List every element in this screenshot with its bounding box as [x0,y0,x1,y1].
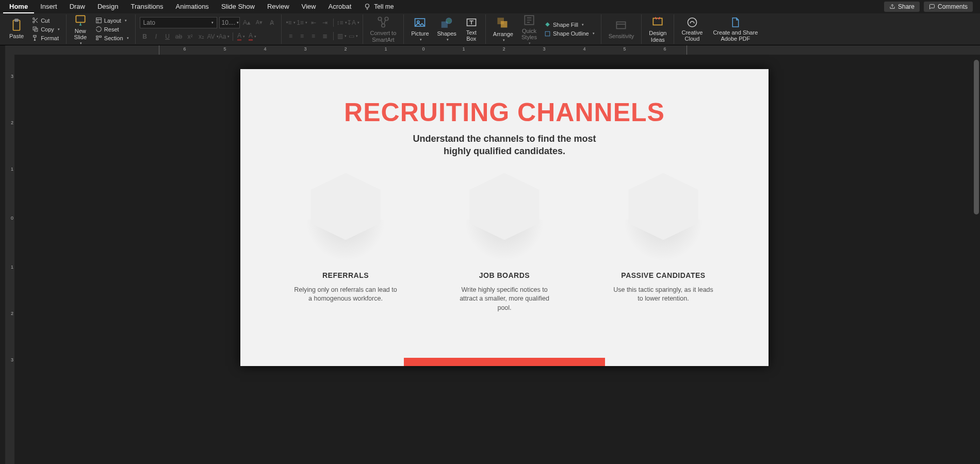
shape-fill-button[interactable]: Shape Fill [542,21,597,29]
tab-transitions[interactable]: Transitions [124,1,169,13]
tab-draw[interactable]: Draw [63,1,91,13]
ribbon: Paste Cut Copy Format New Slide Layout R… [0,13,980,45]
align-left-button[interactable]: ≡ [286,31,296,41]
vertical-scrollbar[interactable] [973,55,980,464]
layout-button[interactable]: Layout [93,16,131,24]
text-highlight-button[interactable]: AV [208,31,218,42]
sensitivity-button[interactable]: Sensitivity [606,18,638,40]
comments-button[interactable]: Comments [924,2,973,12]
design-ideas-icon [651,15,664,29]
line-spacing-button[interactable]: ↕≡ [337,18,347,28]
hexagon-shape[interactable] [619,173,707,251]
strikethrough-button[interactable]: ab [174,31,184,42]
font-size-select[interactable]: 10.... [219,17,240,28]
slide-canvas[interactable]: RECRUITING CHANNELS Understand the chann… [29,55,980,464]
scrollbar-thumb[interactable] [974,60,979,214]
hexagon-shape[interactable] [461,173,548,251]
text-direction-button[interactable]: ↧A [348,18,358,28]
convert-smartart-button[interactable]: Convert to SmartArt [367,14,400,43]
increase-font-button[interactable]: A▴ [242,18,252,28]
copy-button[interactable]: Copy [30,25,62,33]
font-size-value: 10.... [222,19,236,26]
align-text-button[interactable]: ▭ [348,31,358,41]
font-color-button[interactable]: A [248,31,258,42]
svg-rect-11 [99,36,101,38]
horizontal-ruler: 6 5 4 3 2 1 0 1 2 3 4 5 6 [14,45,980,55]
increase-indent-button[interactable]: ⇥ [320,18,330,28]
tab-slide-show[interactable]: Slide Show [215,1,261,13]
increase-indent-icon: ⇥ [322,19,328,26]
design-ideas-button[interactable]: Design Ideas [646,14,669,43]
decrease-indent-button[interactable]: ⇤ [308,18,319,28]
vruler-tick: 3 [11,74,13,79]
strikethrough-icon: ab [175,33,182,40]
tab-animations[interactable]: Animations [170,1,215,13]
align-center-button[interactable]: ≡ [297,31,307,41]
hexagon-shape[interactable] [302,173,389,251]
tell-me[interactable]: Tell me [357,1,400,13]
creative-cloud-button[interactable]: Creative Cloud [678,15,706,43]
vruler-tick: 0 [11,216,13,221]
accent-bar[interactable] [404,358,605,366]
shapes-button[interactable]: Shapes [434,15,460,43]
bullets-button[interactable]: •≡ [286,18,296,28]
svg-rect-24 [617,22,626,29]
subscript-icon: x₂ [199,33,204,40]
bold-button[interactable]: B [140,31,150,42]
clear-formatting-icon: A̷ [270,19,274,26]
shapes-icon [440,16,453,29]
reset-icon [95,26,102,32]
tab-view[interactable]: View [296,1,322,13]
underline-icon: U [165,33,170,40]
subscript-button[interactable]: x₂ [197,31,207,42]
reset-button[interactable]: Reset [93,25,131,33]
paste-button[interactable]: Paste [6,18,27,40]
superscript-button[interactable]: x² [185,31,195,42]
slide-title[interactable]: RECRUITING CHANNELS [240,69,769,127]
adobe-pdf-button[interactable]: Create and Share Adobe PDF [710,15,761,43]
change-case-button[interactable]: Aa [219,31,230,42]
picture-button[interactable]: Picture [408,15,432,43]
hruler-tick: 6 [183,46,186,52]
section-button[interactable]: Section [93,34,131,42]
new-slide-button[interactable]: New Slide [71,12,90,46]
column-referrals[interactable]: REFERRALS Relying only on referrals can … [279,173,413,313]
shape-outline-button[interactable]: Shape Outline [542,30,597,38]
justify-button[interactable]: ≣ [320,31,330,41]
column-job-boards[interactable]: JOB BOARDS Write highly specific notices… [437,173,571,313]
column-passive-candidates[interactable]: PASSIVE CANDIDATES Use this tactic spari… [596,173,730,313]
underline-button[interactable]: U [162,31,173,42]
tab-design[interactable]: Design [91,1,124,13]
font-name-select[interactable]: Lato [140,17,217,28]
tab-home[interactable]: Home [3,1,34,13]
hruler-tick: 5 [623,46,626,52]
decrease-font-button[interactable]: A▾ [254,18,265,28]
reset-label: Reset [104,26,119,32]
slide-subtitle[interactable]: Understand the channels to find the most… [240,132,769,158]
align-right-button[interactable]: ≡ [308,31,319,41]
tab-review[interactable]: Review [261,1,296,13]
numbering-button[interactable]: 1≡ [297,18,307,28]
arrange-button[interactable]: Arrange [490,15,516,43]
tab-acrobat[interactable]: Acrobat [322,1,358,13]
comment-icon [929,4,935,10]
columns-button[interactable]: ▥ [337,31,347,41]
share-button[interactable]: Share [884,2,920,12]
cut-button[interactable]: Cut [30,16,62,24]
group-sensitivity: Sensitivity [601,14,642,44]
hruler-tick: 5 [223,46,226,52]
quick-styles-button[interactable]: Quick Styles [518,12,540,46]
font-fill-button[interactable]: A [236,31,247,42]
text-box-button[interactable]: Text Box [462,15,481,43]
italic-button[interactable]: I [151,31,161,42]
subtitle-line1: Understand the channels to find the most [413,134,596,144]
clear-formatting-button[interactable]: A̷ [267,18,277,28]
numbering-icon: 1≡ [297,19,304,26]
format-painter-button[interactable]: Format [30,34,62,42]
picture-label: Picture [411,30,429,37]
svg-point-14 [382,24,385,28]
svg-rect-25 [654,19,662,25]
tab-insert[interactable]: Insert [34,1,63,13]
slide[interactable]: RECRUITING CHANNELS Understand the chann… [240,69,769,366]
hruler-tick: 1 [462,46,465,52]
